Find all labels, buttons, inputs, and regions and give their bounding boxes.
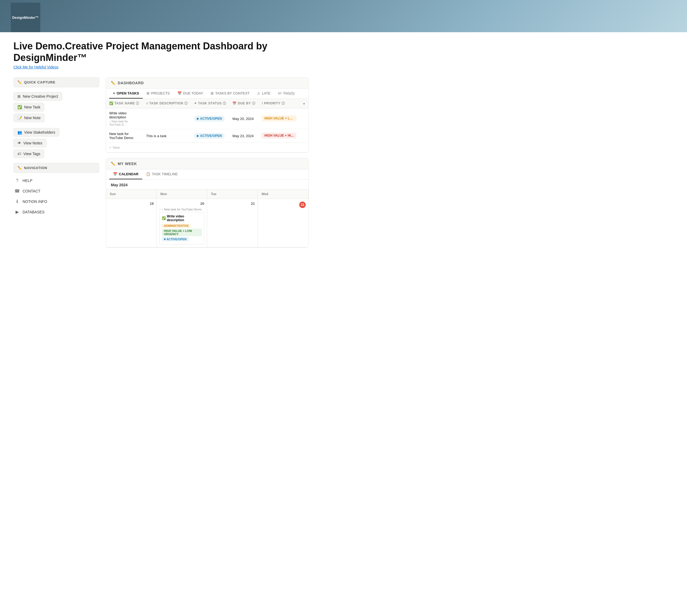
- tab-open-tasks[interactable]: ≡ OPEN TASKS: [109, 89, 143, 98]
- cal-cell-21[interactable]: 21: [207, 199, 258, 247]
- th-due-by-label: 📅 DUE BY ⓘ: [232, 102, 255, 105]
- dashboard-title-bar: ✏️ DASHBOARD: [106, 78, 308, 89]
- tags-icon: 🏷: [278, 91, 282, 95]
- view-notes-label: View Notes: [23, 141, 42, 145]
- new-creative-project-button[interactable]: ⊞ New Creative Project: [14, 92, 62, 101]
- cal-link-arrow-icon: ↑: [159, 208, 161, 211]
- th-task-status: ✦ TASK STATUS ⓘ: [191, 99, 229, 108]
- tasks-table: ✅ TASK NAME ⓘ ≡ TASK DESCRIPTION ⓘ ✦ TAS…: [106, 99, 308, 152]
- tab-due-today[interactable]: 📅 DUE TODAY: [174, 89, 207, 98]
- tab-tags[interactable]: 🏷 TAG(S): [274, 89, 298, 98]
- logo-text: DesignMinder™: [12, 16, 39, 20]
- cal-event-link-20[interactable]: ↑ ↑ New task for YouTube Demo: [159, 208, 204, 211]
- page-title: Live Demo.Creative Project Management Da…: [14, 40, 309, 63]
- new-creative-project-label: New Creative Project: [23, 94, 58, 98]
- add-new-label: New: [113, 146, 120, 150]
- nav-item-contact[interactable]: ☎ CONTACT: [14, 187, 99, 195]
- row2-description: This is a task: [143, 129, 191, 143]
- view-notes-icon: 👁: [18, 141, 21, 145]
- table-row[interactable]: New task for YouTube Demo This is a task: [106, 129, 308, 143]
- table-row[interactable]: Write video description ↑ New task for Y…: [106, 108, 308, 129]
- my-week-icon: ✏️: [111, 161, 116, 166]
- view-stakeholders-button[interactable]: 👥 View Stakeholders: [14, 128, 59, 137]
- row1-task-name-cell: Write video description ↑ New task for Y…: [106, 108, 143, 129]
- row2-priority-badge: HIGH VALUE + HI...: [262, 133, 296, 138]
- plus-icon: +: [109, 146, 111, 150]
- nav-item-databases[interactable]: ▶ DATABASES: [14, 208, 99, 216]
- tasks-by-context-label: TASKS BY CONTEXT: [215, 91, 249, 95]
- cal-tag-status-text: ACTIVE/OPEN: [167, 238, 187, 241]
- tab-late[interactable]: ⚠ LATE: [253, 89, 274, 98]
- calendar-tab-icon: 📅: [113, 172, 117, 176]
- wed-label: Wed: [262, 192, 268, 196]
- add-new-button[interactable]: + New: [109, 146, 305, 150]
- row1-due-by: May 20, 2024: [229, 108, 259, 129]
- my-week-section: ✏️ MY WEEK 📅 CALENDAR 📋 TASK TIMELINE Ma…: [106, 158, 309, 248]
- tue-label: Tue: [211, 192, 216, 196]
- dashboard-section: ✏️ DASHBOARD ≡ OPEN TASKS ⊞ PROJECTS 📅: [106, 77, 309, 153]
- new-task-button[interactable]: ✅ New Task: [14, 103, 44, 111]
- tab-projects[interactable]: ⊞ PROJECTS: [143, 89, 173, 98]
- cal-cell-22[interactable]: 22: [258, 199, 309, 247]
- cal-cell-19[interactable]: 19: [106, 199, 157, 247]
- late-icon: ⚠: [257, 91, 260, 95]
- task-timeline-icon: 📋: [146, 172, 150, 176]
- view-tags-label: View Tags: [23, 152, 40, 156]
- row1-status: ACTIVE/OPEN: [191, 108, 229, 129]
- new-task-icon: ✅: [18, 105, 22, 109]
- row1-description: [143, 108, 191, 129]
- helpful-videos-link[interactable]: Click Me for Helpful Videos: [14, 65, 309, 69]
- databases-icon: ▶: [15, 210, 20, 215]
- my-week-title-bar: ✏️ MY WEEK: [106, 158, 308, 169]
- projects-icon: ⊞: [147, 91, 150, 95]
- view-tags-button[interactable]: 🏷 View Tags: [14, 150, 44, 158]
- new-note-button[interactable]: 📝 New Note: [14, 113, 45, 122]
- navigation-icon: ✏️: [18, 166, 22, 170]
- status-dot: [197, 118, 199, 120]
- row1-task-sub: ↑ New task for YouTube D...: [109, 120, 140, 126]
- nav-item-notion-info[interactable]: ℹ NOTION INFO: [14, 197, 99, 205]
- status-dot: [197, 135, 199, 137]
- cal-cell-20[interactable]: 20 ↑ ↑ New task for YouTube Demo ✅ Write…: [157, 199, 207, 247]
- stakeholders-icon: 👥: [18, 130, 22, 134]
- row1-priority-badge: HIGH VALUE + LO...: [262, 115, 296, 121]
- cal-link-text: ↑ New task for YouTube Demo: [162, 208, 202, 211]
- new-note-icon: 📝: [18, 116, 22, 120]
- cal-event-card-20[interactable]: ✅ Write video description ADMINISTRATIVE…: [159, 212, 204, 244]
- row1-due-by-text: May 20, 2024: [232, 117, 253, 121]
- quick-capture-icon: ✏️: [18, 80, 22, 84]
- due-today-label: DUE TODAY: [183, 91, 203, 95]
- th-task-status-label: ✦ TASK STATUS ⓘ: [194, 102, 226, 105]
- new-task-label: New Task: [24, 105, 40, 109]
- calendar-month: May 2024: [106, 180, 308, 189]
- cal-date-20: 20: [159, 202, 204, 205]
- view-notes-button[interactable]: 👁 View Notes: [14, 139, 46, 147]
- cal-date-22-today: 22: [299, 202, 306, 208]
- notion-info-icon: ℹ: [15, 199, 20, 204]
- row1-task-name: Write video description: [109, 111, 140, 119]
- row2-priority: HIGH VALUE + HI...: [259, 129, 300, 143]
- tab-tasks-by-context[interactable]: ⊞ TASKS BY CONTEXT: [207, 89, 253, 98]
- cal-header-sun: Sun: [106, 190, 157, 199]
- add-new-row[interactable]: + New: [106, 143, 308, 152]
- row2-status-text: ACTIVE/OPEN: [200, 134, 222, 138]
- row1-status-text: ACTIVE/OPEN: [200, 117, 222, 120]
- open-tasks-label: OPEN TASKS: [117, 91, 139, 95]
- th-priority-label: ! PRIORITY ⓘ: [262, 102, 285, 105]
- dashboard-icon: ✏️: [111, 81, 116, 85]
- my-week-label: MY WEEK: [118, 161, 137, 166]
- help-label: HELP: [23, 178, 32, 183]
- notion-info-label: NOTION INFO: [23, 199, 47, 204]
- row1-priority: HIGH VALUE + LO...: [259, 108, 300, 129]
- cal-header-tue: Tue: [207, 190, 258, 199]
- tab-calendar[interactable]: 📅 CALENDAR: [109, 169, 142, 179]
- nav-item-help[interactable]: ? HELP: [14, 177, 99, 185]
- tab-task-timeline[interactable]: 📋 TASK TIMELINE: [142, 169, 181, 179]
- databases-label: DATABASES: [23, 210, 45, 214]
- cal-date-19: 19: [109, 202, 154, 205]
- row2-status-badge: ACTIVE/OPEN: [194, 133, 224, 139]
- navigation-header: ✏️ NAVIGATION: [14, 163, 99, 173]
- cal-tag-status-dot: [164, 238, 165, 240]
- tasks-by-context-icon: ⊞: [210, 91, 214, 95]
- row1-extra: [300, 108, 308, 129]
